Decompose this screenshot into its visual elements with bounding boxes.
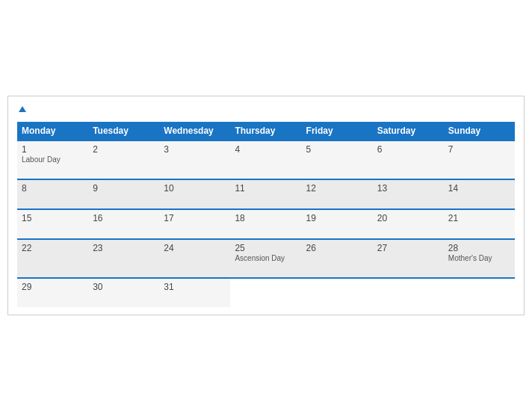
calendar-cell	[444, 278, 515, 307]
calendar-cell: 5	[302, 140, 373, 179]
weekday-header-friday: Friday	[302, 122, 373, 140]
calendar-cell: 23	[88, 239, 159, 278]
calendar-cell: 22	[17, 239, 88, 278]
calendar-cell: 1Labour Day	[17, 140, 88, 179]
day-event-label: Mother's Day	[448, 254, 510, 262]
weekday-header-saturday: Saturday	[373, 122, 444, 140]
calendar-cell: 11	[230, 179, 301, 209]
calendar-week-row: 891011121314	[17, 179, 515, 209]
day-number: 17	[164, 213, 226, 223]
calendar-cell: 21	[444, 209, 515, 239]
calendar-cell: 19	[302, 209, 373, 239]
calendar-cell: 6	[373, 140, 444, 179]
calendar-cell	[302, 278, 373, 307]
day-number: 3	[164, 144, 226, 155]
calendar-cell: 12	[302, 179, 373, 209]
day-number: 20	[377, 213, 439, 223]
calendar-cell: 9	[88, 179, 159, 209]
day-number: 24	[164, 243, 226, 253]
logo-general	[17, 104, 26, 116]
day-number: 13	[377, 183, 439, 194]
day-number: 27	[377, 243, 439, 253]
day-number: 1	[22, 144, 84, 155]
calendar-cell: 26	[302, 239, 373, 278]
day-number: 10	[164, 183, 226, 194]
calendar-cell: 30	[88, 278, 159, 307]
calendar-cell: 14	[444, 179, 515, 209]
day-number: 11	[235, 183, 297, 194]
calendar-cell	[373, 278, 444, 307]
weekday-header-tuesday: Tuesday	[88, 122, 159, 140]
calendar-table: MondayTuesdayWednesdayThursdayFridaySatu…	[17, 122, 515, 307]
day-number: 22	[22, 243, 84, 253]
calendar-cell	[230, 278, 301, 307]
weekday-header-thursday: Thursday	[230, 122, 301, 140]
day-number: 16	[93, 213, 155, 223]
day-number: 7	[448, 144, 510, 155]
day-number: 14	[448, 183, 510, 194]
weekday-header-monday: Monday	[17, 122, 88, 140]
day-number: 26	[306, 243, 368, 253]
day-number: 29	[22, 282, 84, 292]
day-event-label: Ascension Day	[235, 254, 297, 262]
day-number: 21	[448, 213, 510, 223]
calendar-cell: 2	[88, 140, 159, 179]
calendar-cell: 16	[88, 209, 159, 239]
day-number: 8	[22, 183, 84, 194]
calendar-week-row: 22232425Ascension Day262728Mother's Day	[17, 239, 515, 278]
day-number: 4	[235, 144, 297, 155]
weekday-header-row: MondayTuesdayWednesdayThursdayFridaySatu…	[17, 122, 515, 140]
calendar-cell: 10	[159, 179, 230, 209]
day-number: 9	[93, 183, 155, 194]
day-number: 5	[306, 144, 368, 155]
weekday-header-sunday: Sunday	[444, 122, 515, 140]
logo-triangle-icon	[19, 106, 26, 112]
day-number: 23	[93, 243, 155, 253]
calendar-cell: 18	[230, 209, 301, 239]
day-number: 2	[93, 144, 155, 155]
calendar-cell: 25Ascension Day	[230, 239, 301, 278]
calendar-cell: 15	[17, 209, 88, 239]
day-number: 28	[448, 243, 510, 253]
calendar-week-row: 1Labour Day234567	[17, 140, 515, 179]
calendar-cell: 8	[17, 179, 88, 209]
weekday-header-wednesday: Wednesday	[159, 122, 230, 140]
calendar-cell: 20	[373, 209, 444, 239]
day-number: 6	[377, 144, 439, 155]
calendar-cell: 29	[17, 278, 88, 307]
day-number: 18	[235, 213, 297, 223]
calendar-week-row: 293031	[17, 278, 515, 307]
day-number: 15	[22, 213, 84, 223]
day-number: 30	[93, 282, 155, 292]
calendar-cell: 13	[373, 179, 444, 209]
day-number: 12	[306, 183, 368, 194]
calendar-week-row: 15161718192021	[17, 209, 515, 239]
logo	[17, 104, 26, 116]
day-event-label: Labour Day	[22, 155, 84, 164]
calendar-container: MondayTuesdayWednesdayThursdayFridaySatu…	[7, 96, 525, 315]
calendar-cell: 27	[373, 239, 444, 278]
day-number: 25	[235, 243, 297, 253]
calendar-header	[17, 104, 515, 116]
calendar-cell: 17	[159, 209, 230, 239]
day-number: 31	[164, 282, 226, 292]
calendar-cell: 31	[159, 278, 230, 307]
calendar-cell: 24	[159, 239, 230, 278]
calendar-cell: 4	[230, 140, 301, 179]
calendar-cell: 28Mother's Day	[444, 239, 515, 278]
day-number: 19	[306, 213, 368, 223]
calendar-cell: 7	[444, 140, 515, 179]
calendar-cell: 3	[159, 140, 230, 179]
